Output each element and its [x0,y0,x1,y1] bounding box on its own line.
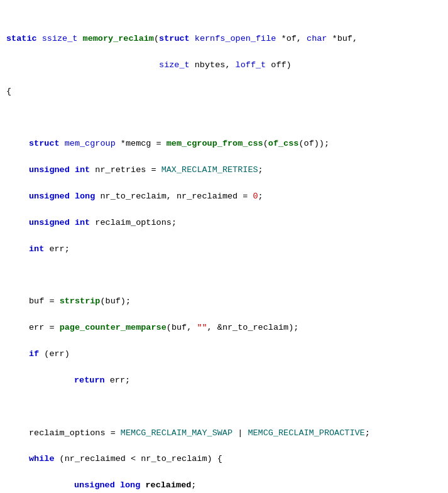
while-loop: while (nr_reclaimed < nr_to_reclaim) { [6,453,442,466]
var-nr-retries: unsigned int nr_retries = MAX_RECLAIM_RE… [6,164,442,177]
var-reclaimed: unsigned long reclaimed; [6,479,442,492]
blank-line3 [6,401,442,414]
assign-buf: buf = strstrip(buf); [6,295,442,308]
var-err: int err; [6,243,442,256]
fn-brace-open: { [6,85,442,99]
blank-line [6,111,442,124]
blank-line2 [6,269,442,282]
var-reclaim-options: unsigned int reclaim_options; [6,217,442,230]
var-nr-to-reclaim: unsigned long nr_to_reclaim, nr_reclaime… [6,190,442,203]
assign-err: err = page_counter_memparse(buf, "", &nr… [6,322,442,335]
var-memcg: struct mem_cgroup *memcg = mem_cgroup_fr… [6,138,442,151]
fn-signature-line1: static ssize_t memory_reclaim(struct ker… [6,33,442,46]
return-err: return err; [6,374,442,387]
code-block: static ssize_t memory_reclaim(struct ker… [0,6,448,493]
fn-signature-line2: size_t nbytes, loff_t off) [6,59,442,72]
assign-reclaim-options: reclaim_options = MEMCG_RECLAIM_MAY_SWAP… [6,427,442,440]
if-err: if (err) [6,348,442,361]
